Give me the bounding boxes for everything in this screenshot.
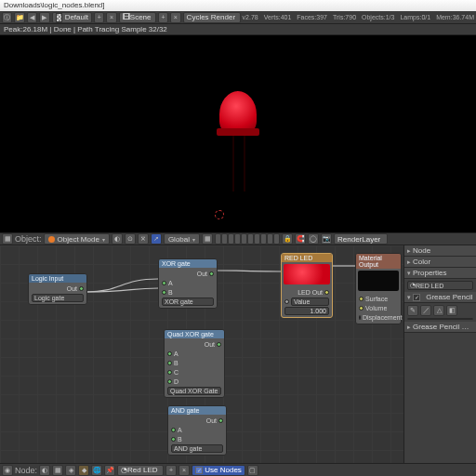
snap-icon[interactable]: 🧲: [295, 233, 306, 245]
proportional-icon[interactable]: ◯: [308, 233, 319, 245]
gp-line-icon[interactable]: ／: [420, 305, 431, 316]
material-dropdown[interactable]: ◔ Red LED: [117, 465, 164, 476]
node-field[interactable]: XOR gate: [162, 298, 214, 306]
panel-gp-colors[interactable]: Grease Pencil …: [404, 322, 476, 333]
world-icon[interactable]: 🌐: [91, 465, 102, 476]
panel-properties[interactable]: Properties: [404, 268, 476, 279]
panel-color[interactable]: Color: [404, 257, 476, 268]
3d-cursor-icon: [215, 210, 224, 219]
node-field[interactable]: Quad XOR Gate: [167, 387, 221, 395]
rendered-led-rim: [217, 128, 259, 136]
node-header[interactable]: Logic Input: [29, 274, 86, 283]
node-xor-gate[interactable]: XOR gate Out A B XOR gate: [158, 258, 218, 309]
rendered-led-leg: [232, 136, 234, 192]
node-material-output[interactable]: Material Output Surface Volume Displacem…: [355, 253, 402, 324]
orientation-dropdown[interactable]: Global: [164, 233, 200, 245]
gp-erase-icon[interactable]: ◧: [446, 305, 457, 316]
add-layout-icon[interactable]: +: [94, 12, 104, 23]
pin-icon[interactable]: 📌: [104, 465, 115, 476]
node-preview: [284, 264, 330, 284]
editor-type-icon[interactable]: ◉: [2, 465, 13, 476]
backdrop-icon[interactable]: ▢: [247, 465, 258, 476]
node-logic-input[interactable]: Logic Input Out Logic gate: [28, 273, 87, 305]
back-icon[interactable]: ◀: [27, 12, 37, 23]
node-editor-header: ◉ Node: ◐ ▦ ◈ ◆ 🌐 📌 ◔ Red LED + × ✓ Use …: [0, 463, 476, 476]
panel-node[interactable]: Node: [404, 245, 476, 257]
gp-draw-icon[interactable]: ✎: [407, 305, 418, 316]
mode-dropdown[interactable]: Object Mode: [44, 233, 110, 245]
node-preview: [358, 271, 399, 291]
mat-add-icon[interactable]: +: [165, 465, 177, 476]
editor-type-icon[interactable]: ⓘ: [2, 12, 12, 23]
fwd-icon[interactable]: ▶: [39, 12, 49, 23]
node-editor[interactable]: Logic Input Out Logic gate XOR gate Out …: [0, 245, 476, 463]
file-menu-icon[interactable]: 📁: [14, 12, 24, 23]
node-header[interactable]: Material Output: [356, 254, 401, 269]
window-titlebar: Downloads\logic_nodes.blend]: [0, 0, 476, 11]
3d-view-header: ▦ Object: Object Mode ◐ ⊙ ⤧ ↗ Global ▦ 🔒…: [0, 232, 476, 245]
manipulator-icon[interactable]: ⤧: [138, 233, 149, 245]
display-icon[interactable]: ◐: [112, 233, 123, 245]
node-field[interactable]: AND gate: [171, 444, 223, 453]
texture-tree-icon[interactable]: ◈: [65, 465, 76, 476]
node-header[interactable]: RED LED: [282, 254, 332, 262]
node-value[interactable]: 1.000: [284, 307, 329, 315]
screen-layout-dropdown[interactable]: Default: [52, 12, 92, 23]
panel-grease-pencil[interactable]: ✓ Grease Pencil: [404, 292, 476, 303]
editor-type-icon[interactable]: ▦: [2, 233, 13, 245]
material-name-field[interactable]: ◔ RED LED: [407, 281, 473, 290]
gp-blank-field[interactable]: [407, 318, 473, 320]
node-and-gate[interactable]: AND gate Out A B AND gate: [167, 405, 227, 456]
mat-remove-icon[interactable]: ×: [178, 465, 190, 476]
label: Node:: [15, 466, 37, 475]
scene-add-icon[interactable]: +: [158, 12, 168, 23]
lock-icon[interactable]: 🔒: [282, 233, 293, 245]
layers-icon[interactable]: ▦: [202, 233, 213, 245]
scene-dropdown[interactable]: 🎞 Scene: [119, 12, 156, 23]
renderlayer-dropdown[interactable]: RenderLayer: [334, 233, 388, 245]
node-properties-panel: Node Color Properties ◔ RED LED ✓ Grease…: [403, 245, 476, 463]
layer-buttons[interactable]: [215, 233, 280, 245]
use-nodes-toggle[interactable]: ✓ Use Nodes: [192, 465, 245, 476]
scene-stats: v2.78 Verts:401 Faces:397 Tris:790 Objec…: [243, 14, 474, 20]
rendered-led-leg: [244, 136, 245, 192]
pivot-icon[interactable]: ⊙: [125, 233, 136, 245]
label: Object:: [15, 234, 42, 244]
node-field[interactable]: Logic gate: [32, 294, 84, 302]
node-header[interactable]: Quad XOR gate: [165, 330, 224, 338]
axis-icon[interactable]: ↗: [151, 233, 162, 245]
node-header[interactable]: XOR gate: [159, 259, 217, 268]
node-quad-xor-gate[interactable]: Quad XOR gate Out A B C D Quad XOR Gate: [164, 329, 225, 398]
object-icon[interactable]: ◆: [78, 465, 89, 476]
shader-tree-icon[interactable]: ◐: [39, 465, 50, 476]
render-status: Peak:26.18M | Done | Path Tracing Sample…: [0, 24, 476, 35]
render-icon[interactable]: 📷: [321, 233, 332, 245]
render-engine-dropdown[interactable]: Cycles Render: [183, 12, 241, 23]
3d-viewport[interactable]: [0, 35, 476, 232]
compositor-tree-icon[interactable]: ▦: [52, 465, 63, 476]
info-header: ⓘ 📁 ◀ ▶ Default + × 🎞 Scene + × Cycles R…: [0, 11, 476, 24]
node-red-led[interactable]: RED LED LED Out Value 1.000: [281, 253, 333, 318]
remove-layout-icon[interactable]: ×: [106, 12, 116, 23]
gp-poly-icon[interactable]: △: [433, 305, 444, 316]
node-header[interactable]: AND gate: [168, 406, 226, 415]
scene-remove-icon[interactable]: ×: [170, 12, 180, 23]
